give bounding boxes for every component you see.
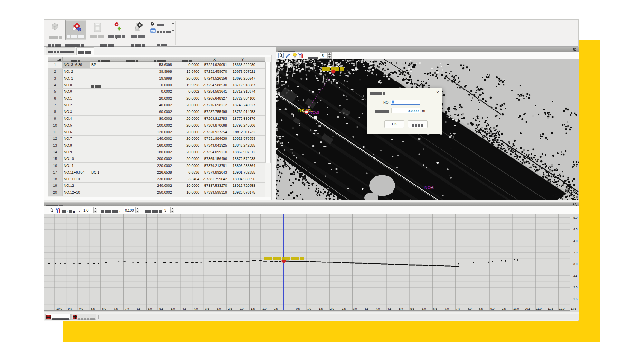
svg-text:12.5: 12.5: [571, 307, 576, 310]
svg-text:-0.5: -0.5: [273, 307, 278, 310]
svg-text:10.5: 10.5: [525, 307, 531, 310]
svg-text:-6.0: -6.0: [147, 307, 152, 310]
svg-text:6.5: 6.5: [433, 307, 437, 310]
svg-text:12.0: 12.0: [559, 307, 565, 310]
svg-text:-5.5: -5.5: [158, 307, 164, 310]
svg-text:-8.0: -8.0: [101, 307, 106, 310]
svg-text:3.0: 3.0: [573, 262, 578, 266]
svg-text:4.0: 4.0: [376, 307, 380, 310]
svg-text:5.0: 5.0: [573, 216, 578, 219]
svg-text:-9.0: -9.0: [78, 307, 83, 310]
svg-text:1.5: 1.5: [319, 307, 323, 310]
svg-text:4.5: 4.5: [573, 228, 578, 231]
svg-text:4.0: 4.0: [573, 239, 578, 243]
svg-text:7.0: 7.0: [445, 307, 449, 310]
svg-text:-1.5: -1.5: [250, 307, 255, 310]
svg-text:-4.5: -4.5: [181, 307, 186, 310]
svg-text:-3.0: -3.0: [216, 307, 221, 310]
svg-text:9.5: 9.5: [502, 307, 506, 310]
svg-text:-2.0: -2.0: [239, 307, 244, 310]
svg-text:1.5: 1.5: [573, 297, 578, 300]
svg-text:5.0: 5.0: [399, 307, 403, 310]
svg-text:7.5: 7.5: [456, 307, 460, 310]
svg-text:2.0: 2.0: [573, 286, 578, 289]
svg-text:NO.0: NO.0: [309, 110, 319, 115]
svg-text:6.0: 6.0: [422, 307, 426, 310]
svg-text:0.5: 0.5: [296, 307, 300, 310]
svg-text:1.0: 1.0: [307, 307, 311, 310]
svg-text:8.0: 8.0: [468, 307, 472, 310]
svg-text:-8.5: -8.5: [90, 307, 95, 310]
svg-text:-1.0: -1.0: [261, 307, 267, 310]
svg-text:-4.0: -4.0: [193, 307, 198, 310]
svg-text:NO.1: NO.1: [424, 185, 434, 190]
svg-text:11.5: 11.5: [548, 307, 553, 310]
svg-text:-2.5: -2.5: [227, 307, 232, 310]
svg-text:-6.5: -6.5: [136, 307, 141, 310]
svg-text:11.0: 11.0: [536, 307, 542, 310]
svg-text:9.0: 9.0: [490, 307, 495, 310]
svg-text:-5.0: -5.0: [170, 307, 175, 310]
svg-text:-7.5: -7.5: [113, 307, 118, 310]
svg-text:3.5: 3.5: [573, 251, 578, 254]
svg-text:-10.0: -10.0: [55, 307, 62, 310]
svg-text:2.0: 2.0: [330, 307, 334, 310]
svg-text:3.0: 3.0: [353, 307, 357, 310]
svg-text:3.5: 3.5: [365, 307, 369, 310]
svg-text:2.5: 2.5: [342, 307, 346, 310]
svg-text:8.5: 8.5: [479, 307, 483, 310]
svg-text:4.5: 4.5: [387, 307, 392, 310]
svg-text:-3.5: -3.5: [204, 307, 209, 310]
svg-text:-9.5: -9.5: [67, 307, 72, 310]
svg-text:2.5: 2.5: [573, 274, 578, 277]
svg-text:10.0: 10.0: [513, 307, 519, 310]
svg-text:-7.0: -7.0: [124, 307, 129, 310]
svg-text:5.5: 5.5: [410, 307, 414, 310]
